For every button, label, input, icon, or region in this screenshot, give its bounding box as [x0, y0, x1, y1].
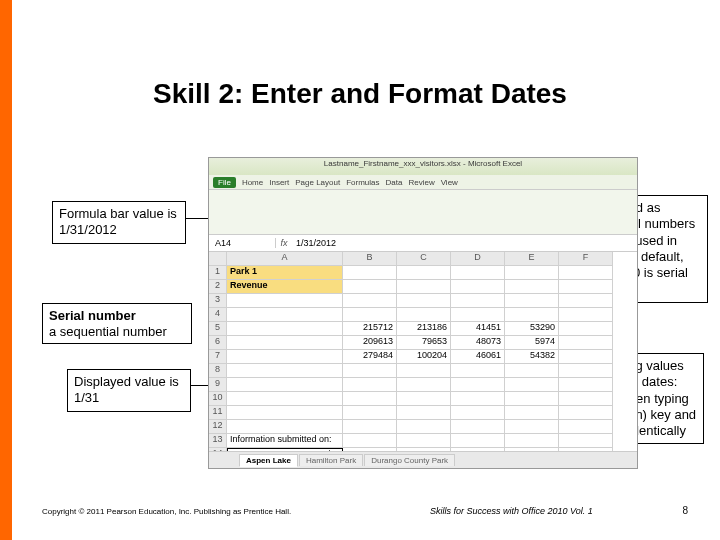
cell[interactable]: [397, 308, 451, 322]
cell[interactable]: [397, 294, 451, 308]
cell[interactable]: [505, 308, 559, 322]
row-header[interactable]: 10: [209, 392, 227, 406]
cell[interactable]: [559, 350, 613, 364]
cell[interactable]: Revenue: [227, 280, 343, 294]
col-header[interactable]: D: [451, 252, 505, 266]
col-header[interactable]: [209, 252, 227, 266]
cell[interactable]: 5974: [505, 336, 559, 350]
cell[interactable]: 279484: [343, 350, 397, 364]
cell[interactable]: [343, 294, 397, 308]
col-header[interactable]: A: [227, 252, 343, 266]
row-header[interactable]: 5: [209, 322, 227, 336]
cell[interactable]: [343, 280, 397, 294]
cell[interactable]: [451, 378, 505, 392]
cell[interactable]: Information submitted on:: [227, 434, 343, 448]
row-header[interactable]: 9: [209, 378, 227, 392]
tab-home[interactable]: Home: [242, 178, 263, 187]
cell[interactable]: [505, 294, 559, 308]
cell[interactable]: 209613: [343, 336, 397, 350]
cell[interactable]: [451, 420, 505, 434]
cell[interactable]: [397, 378, 451, 392]
col-header[interactable]: C: [397, 252, 451, 266]
cell[interactable]: Park 1: [227, 266, 343, 280]
cell[interactable]: [227, 392, 343, 406]
tab-formulas[interactable]: Formulas: [346, 178, 379, 187]
cell[interactable]: [227, 336, 343, 350]
cell[interactable]: [505, 434, 559, 448]
cell[interactable]: [343, 378, 397, 392]
cell[interactable]: [451, 364, 505, 378]
cell[interactable]: [505, 266, 559, 280]
row-header[interactable]: 4: [209, 308, 227, 322]
cell[interactable]: [505, 392, 559, 406]
tab-file[interactable]: File: [213, 177, 236, 188]
cell[interactable]: [451, 406, 505, 420]
cell[interactable]: [505, 280, 559, 294]
cell[interactable]: [227, 308, 343, 322]
cell[interactable]: [397, 434, 451, 448]
row-header[interactable]: 11: [209, 406, 227, 420]
cell[interactable]: [559, 392, 613, 406]
cell[interactable]: 41451: [451, 322, 505, 336]
cell[interactable]: [451, 308, 505, 322]
cell[interactable]: [227, 406, 343, 420]
cell[interactable]: [343, 406, 397, 420]
cell[interactable]: [451, 280, 505, 294]
cell[interactable]: [397, 280, 451, 294]
cell[interactable]: [397, 266, 451, 280]
row-header[interactable]: 13: [209, 434, 227, 448]
cell[interactable]: [559, 420, 613, 434]
cell[interactable]: [227, 420, 343, 434]
tab-page-layout[interactable]: Page Layout: [295, 178, 340, 187]
cell[interactable]: [505, 378, 559, 392]
cell[interactable]: [559, 294, 613, 308]
cell[interactable]: [343, 364, 397, 378]
cell[interactable]: [343, 308, 397, 322]
cell[interactable]: [397, 420, 451, 434]
formula-value[interactable]: 1/31/2012: [292, 238, 637, 248]
col-header[interactable]: F: [559, 252, 613, 266]
cell[interactable]: [397, 364, 451, 378]
row-header[interactable]: 6: [209, 336, 227, 350]
cell[interactable]: [227, 322, 343, 336]
cell[interactable]: [559, 266, 613, 280]
cell[interactable]: [505, 420, 559, 434]
cell[interactable]: [451, 266, 505, 280]
cell[interactable]: [227, 378, 343, 392]
cell[interactable]: [505, 406, 559, 420]
cell[interactable]: 54382: [505, 350, 559, 364]
cell[interactable]: [451, 434, 505, 448]
tab-data[interactable]: Data: [386, 178, 403, 187]
fx-label[interactable]: fx: [276, 238, 292, 248]
cell[interactable]: [227, 350, 343, 364]
col-header[interactable]: B: [343, 252, 397, 266]
cell[interactable]: [559, 406, 613, 420]
sheet-tab-1[interactable]: Hamilton Park: [299, 454, 363, 466]
cell[interactable]: [559, 378, 613, 392]
name-box[interactable]: A14: [209, 238, 276, 248]
cell[interactable]: [505, 364, 559, 378]
row-header[interactable]: 3: [209, 294, 227, 308]
cell[interactable]: [343, 266, 397, 280]
sheet-tab-active[interactable]: Aspen Lake: [239, 454, 298, 467]
sheet-tab-2[interactable]: Durango County Park: [364, 454, 455, 466]
cell[interactable]: 53290: [505, 322, 559, 336]
cell[interactable]: 48073: [451, 336, 505, 350]
tab-view[interactable]: View: [441, 178, 458, 187]
cell[interactable]: [451, 392, 505, 406]
cell[interactable]: [559, 336, 613, 350]
row-header[interactable]: 12: [209, 420, 227, 434]
cell[interactable]: [397, 392, 451, 406]
row-header[interactable]: 2: [209, 280, 227, 294]
cell[interactable]: [559, 280, 613, 294]
row-header[interactable]: 8: [209, 364, 227, 378]
cell[interactable]: [451, 294, 505, 308]
cell[interactable]: 213186: [397, 322, 451, 336]
cell[interactable]: [343, 392, 397, 406]
cell[interactable]: 215712: [343, 322, 397, 336]
cell[interactable]: [397, 406, 451, 420]
cell[interactable]: [343, 420, 397, 434]
cell[interactable]: [559, 308, 613, 322]
tab-review[interactable]: Review: [408, 178, 434, 187]
cell[interactable]: 46061: [451, 350, 505, 364]
